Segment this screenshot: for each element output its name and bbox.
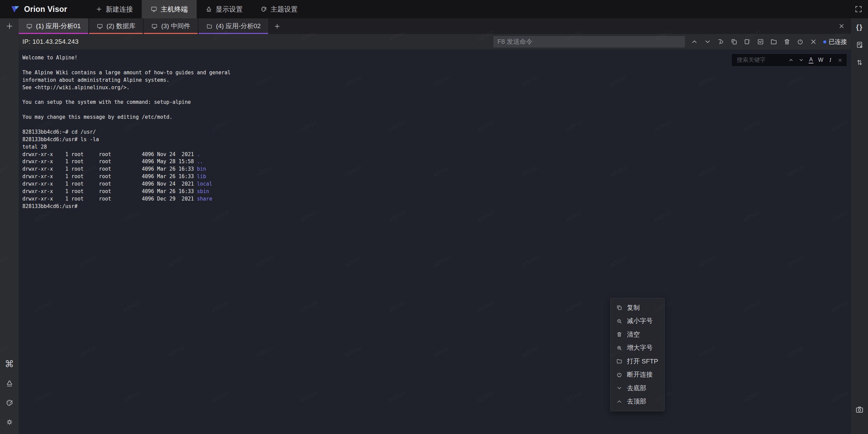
gear-icon [5,418,14,426]
paste-icon [744,38,751,45]
power-icon [796,38,804,45]
terminal-line: The Alpine Wiki contains a large amount … [22,70,231,77]
menu-item-host-terminal[interactable]: 主机终端 [142,0,197,18]
menu-item-decrease-font[interactable]: 减小字号 [611,315,664,328]
scroll-down-button[interactable] [703,37,712,47]
close-terminal-button[interactable] [809,37,818,47]
paste-button[interactable] [743,37,752,47]
tab-app-analysis-02[interactable]: (4) 应用-分析02 [199,18,268,34]
terminal-line: drwxr-xr-x 1 root root 4096 May 28 15:58… [22,158,231,166]
top-menu: 新建连接 主机终端 显示设置 [87,0,307,18]
menu-item-theme-settings[interactable]: 主题设置 [252,0,307,18]
command-key-icon: ⌘ [5,360,14,369]
menu-item-label: 清空 [627,330,640,339]
app-title: Orion Visor [24,5,67,14]
whole-word-toggle[interactable]: W [818,57,823,63]
terminal-line: You may change this message by editing /… [22,114,231,121]
menu-item-label: 断开连接 [627,370,653,379]
menu-item-go-top[interactable]: 去顶部 [611,395,664,409]
menu-item-label: 去底部 [627,384,646,393]
tab-label: (3) 中间件 [161,22,190,31]
sort-arrows-icon [855,58,864,67]
zoom-out-icon [616,318,623,324]
scroll-up-button[interactable] [690,37,699,47]
trash-icon [616,331,623,338]
terminal-line: 828133bb4cd6:/usr# ls -la [22,136,231,144]
menu-item-go-bottom[interactable]: 去底部 [611,381,664,395]
camera-icon [855,405,864,414]
theme-button[interactable] [4,398,15,408]
power-icon [616,371,623,378]
terminal-line [22,92,231,99]
menu-label: 显示设置 [216,5,243,14]
monitor-icon [97,23,103,30]
menu-item-label: 复制 [627,303,640,312]
search-button[interactable] [716,37,726,47]
screenshot-button[interactable] [854,401,865,418]
search-close-button[interactable] [837,58,843,63]
terminal-line: drwxr-xr-x 1 root root 4096 Mar 26 16:33… [22,173,231,181]
orion-visor-logo-icon [10,4,20,14]
snippet-button[interactable] [756,37,765,47]
add-tab-button[interactable] [269,18,285,34]
topbar: Orion Visor 新建连接 主机终端 [0,0,868,18]
chevron-down-icon [616,385,623,392]
tab-underline [144,33,198,34]
monitor-icon [151,23,158,30]
tab-app-analysis-01[interactable]: (1) 应用-分析01 [19,18,88,34]
search-keyword-input[interactable] [736,56,786,64]
menu-item-display-settings[interactable]: 显示设置 [197,0,252,18]
snippets-button[interactable]: {} [854,18,865,36]
status-label: 已连接 [829,38,847,46]
terminal-search-panel: A W I [731,54,847,67]
terminal-line: drwxr-xr-x 1 root root 4096 Mar 26 16:33… [22,166,231,173]
new-terminal-button[interactable] [0,18,19,34]
disconnect-button[interactable] [795,37,805,47]
search-panel-buttons: A W I [788,57,843,63]
search-next-button[interactable] [798,57,804,63]
connection-status: 已连接 [823,38,847,46]
menu-item-open-sftp[interactable]: 打开 SFTP [611,355,664,368]
menu-item-label: 增大字号 [627,343,653,352]
right-sidebar: {} [851,18,868,434]
sftp-button[interactable] [769,37,778,47]
tabbar-close-button[interactable] [832,18,851,34]
sort-order-button[interactable] [854,54,865,71]
menu-item-clear[interactable]: 清空 [611,328,664,341]
tab-underline [89,33,143,34]
regex-toggle[interactable]: I [828,57,833,63]
terminal-toolbar: IP: 101.43.254.243 [19,34,851,50]
menu-item-disconnect[interactable]: 断开连接 [611,368,664,382]
match-case-toggle[interactable]: A [809,57,813,63]
chevron-down-icon [704,38,711,45]
terminal-output: Welcome to Alpine!The Alpine Wiki contai… [22,55,231,211]
left-sidebar-bottom: ⌘ [4,359,15,434]
logo[interactable]: Orion Visor [0,4,67,14]
fullscreen-button[interactable] [849,0,868,18]
clear-button[interactable] [782,37,792,47]
left-sidebar: ⌘ [0,18,19,434]
settings-button[interactable] [4,417,15,427]
terminal-screen[interactable]: Welcome to Alpine!The Alpine Wiki contai… [19,50,851,434]
menu-item-increase-font[interactable]: 增大字号 [611,341,664,355]
tab-middleware[interactable]: (3) 中间件 [144,18,198,34]
stamp-icon [205,6,212,13]
command-bookmark-button[interactable] [854,36,865,54]
plus-icon [96,6,102,13]
ip-address-label: IP: 101.43.254.243 [22,38,79,45]
display-settings-button[interactable] [4,378,15,389]
copy-icon [730,38,738,45]
copy-icon [616,304,623,311]
menu-item-new-connection[interactable]: 新建连接 [87,0,142,18]
search-prev-button[interactable] [788,57,794,63]
folder-icon [206,23,213,30]
tab-label: (1) 应用-分析01 [36,22,81,31]
tab-database[interactable]: (2) 数据库 [89,18,143,34]
menu-label: 新建连接 [106,5,133,14]
folder-sftp-icon [770,38,777,45]
shortcut-keys-button[interactable]: ⌘ [4,359,15,369]
menu-item-copy[interactable]: 复制 [611,301,664,315]
copy-button[interactable] [729,37,739,47]
menu-label: 主机终端 [161,5,188,14]
send-command-input[interactable] [493,36,685,48]
